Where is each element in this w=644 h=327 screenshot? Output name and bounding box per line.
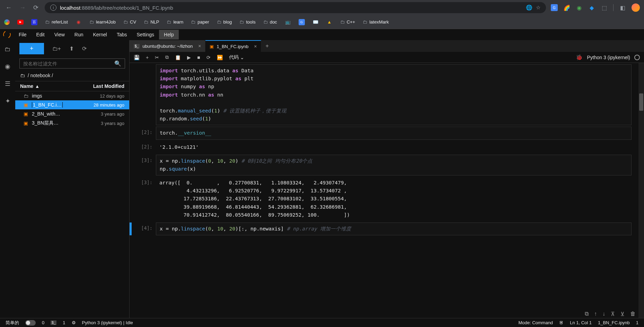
- file-row-1-bn-fc[interactable]: ● ▣ 1_BN_FC.i… 28 minutes ago: [15, 100, 129, 109]
- new-folder-icon[interactable]: 🗀+: [52, 46, 61, 52]
- profile-avatar[interactable]: [632, 3, 640, 12]
- forward-button[interactable]: →: [18, 3, 27, 13]
- close-icon[interactable]: ×: [254, 44, 257, 49]
- tab-terminal[interactable]: $_ ubuntu@ubuntu: ~/lizhon ×: [130, 40, 205, 52]
- bookmark-google[interactable]: [4, 19, 10, 25]
- save-icon[interactable]: 💾: [134, 55, 140, 60]
- bug-icon[interactable]: 🐞: [576, 54, 583, 61]
- filter-box[interactable]: 🔍: [19, 58, 125, 69]
- side-panel-icon[interactable]: ◧: [619, 4, 626, 11]
- bookmark-doc[interactable]: 🗀doc: [263, 19, 277, 25]
- menu-help[interactable]: Help: [159, 30, 179, 39]
- jupyter-logo[interactable]: [0, 29, 14, 40]
- bookmark-referlist[interactable]: 🗀referList: [45, 19, 68, 25]
- bookmark-tools[interactable]: 🗀tools: [239, 19, 255, 25]
- bookmark-cpp[interactable]: 🗀C++: [340, 19, 355, 25]
- menu-tabs[interactable]: Tabs: [112, 30, 132, 39]
- paste-icon[interactable]: 📋: [175, 55, 181, 60]
- url-bar[interactable]: i localhost:8889/lab/tree/notebook/1_BN_…: [45, 2, 546, 13]
- menu-file[interactable]: File: [14, 30, 32, 39]
- cell-input[interactable]: import torch.utils.data as Data import m…: [156, 64, 632, 125]
- shield-icon[interactable]: ⛨: [559, 320, 564, 325]
- running-icon[interactable]: ◉: [5, 63, 10, 70]
- menu-settings[interactable]: Settings: [132, 30, 159, 39]
- ext-translate-icon[interactable]: G: [551, 4, 558, 11]
- bookmark-baidu[interactable]: 百: [31, 19, 37, 25]
- new-launcher-button[interactable]: +: [19, 43, 44, 54]
- bookmark-drive[interactable]: ▲: [326, 19, 333, 25]
- file-row-imgs[interactable]: ● 🗀 imgs 12 days ago: [15, 91, 129, 100]
- bookmark-paper[interactable]: 🗀paper: [191, 19, 209, 25]
- status-kernels-count[interactable]: 1: [63, 320, 65, 325]
- bookmark-gmail[interactable]: ✉️: [312, 19, 319, 25]
- kernel-status-icon[interactable]: [634, 55, 640, 60]
- bookmark-nlp[interactable]: 🗀NLP: [144, 19, 159, 25]
- breadcrumb[interactable]: 🗀 / notebook /: [15, 70, 129, 81]
- bookmark-learn[interactable]: 🗀learn: [167, 19, 183, 25]
- back-button[interactable]: ←: [4, 3, 13, 13]
- reload-button[interactable]: ⟳: [32, 2, 40, 13]
- insert-above-icon[interactable]: ⊼: [611, 311, 615, 317]
- run-all-icon[interactable]: ⏩: [217, 55, 223, 60]
- refresh-icon[interactable]: ⟳: [82, 45, 87, 52]
- status-kernel[interactable]: Python 3 (ipykernel) | Idle: [82, 320, 133, 325]
- ext-gem-icon[interactable]: ◆: [588, 4, 595, 11]
- close-icon[interactable]: ×: [198, 43, 201, 49]
- code-cell-active[interactable]: [4]: x = np.linspace(0, 10, 20)[:, np.ne…: [130, 222, 638, 235]
- code-cell[interactable]: [3]: x = np.linspace(0, 10, 20) # 0到10之间…: [130, 155, 638, 175]
- menu-edit[interactable]: Edit: [32, 30, 50, 39]
- star-icon[interactable]: ☆: [536, 4, 540, 11]
- add-cell-icon[interactable]: +: [146, 55, 149, 60]
- upload-icon[interactable]: ⬆: [69, 45, 74, 52]
- sort-by-modified[interactable]: Last Modified: [93, 83, 124, 89]
- add-tab-button[interactable]: +: [261, 40, 273, 52]
- cell-input[interactable]: torch.__version__: [156, 127, 632, 139]
- tab-notebook[interactable]: ▣ 1_BN_FC.ipynb ×: [205, 40, 261, 52]
- bookmark-blog[interactable]: 🗀blog: [217, 19, 232, 25]
- file-row-3-bn[interactable]: ● ▣ 3_BN层具… 3 years ago: [15, 118, 129, 128]
- move-up-icon[interactable]: ↑: [594, 311, 597, 317]
- copy-icon[interactable]: ⧉: [165, 54, 169, 60]
- ext-idm-icon[interactable]: ◉: [576, 4, 583, 11]
- restart-icon[interactable]: ⟳: [206, 55, 211, 60]
- duplicate-icon[interactable]: ⧉: [585, 311, 589, 317]
- notebook-scrollbar[interactable]: [638, 63, 644, 318]
- bookmark-learn4job[interactable]: 🗀learn4Job: [89, 19, 116, 25]
- menu-kernel[interactable]: Kernel: [88, 30, 112, 39]
- ext-weather-icon[interactable]: 🌈: [563, 4, 570, 11]
- scrollbar-thumb[interactable]: [639, 93, 643, 111]
- stop-icon[interactable]: ■: [197, 55, 200, 60]
- cell-input[interactable]: x = np.linspace(0, 10, 20) # 0到10之间 均匀分布…: [156, 155, 632, 175]
- bookmark-12306[interactable]: ◉: [76, 19, 82, 25]
- bookmark-bilibili[interactable]: 📺: [285, 19, 291, 25]
- run-icon[interactable]: ▶: [187, 55, 191, 60]
- extensions-icon[interactable]: ⬚: [601, 4, 608, 11]
- insert-below-icon[interactable]: ⊻: [620, 311, 625, 317]
- sort-by-name[interactable]: Name▴: [20, 83, 93, 89]
- translate-icon[interactable]: 🌐: [526, 4, 532, 11]
- terminal-icon: $_: [134, 44, 140, 48]
- menu-run[interactable]: Run: [70, 30, 88, 39]
- code-cell[interactable]: import torch.utils.data as Data import m…: [130, 64, 638, 125]
- gear-icon[interactable]: ⚙: [72, 320, 76, 325]
- bookmark-gtranslate[interactable]: G: [299, 19, 305, 25]
- toc-icon[interactable]: ☰: [5, 80, 10, 88]
- simple-mode-toggle[interactable]: [25, 320, 36, 326]
- bookmark-latexmark[interactable]: 🗀latexMark: [363, 19, 389, 25]
- file-browser-icon[interactable]: 🗀: [5, 46, 11, 53]
- kernel-name[interactable]: Python 3 (ipykernel): [587, 55, 630, 60]
- info-icon[interactable]: i: [50, 4, 56, 11]
- file-row-2-bn-with[interactable]: ● ▣ 2_BN_with… 3 years ago: [15, 109, 129, 118]
- code-cell[interactable]: [2]: torch.__version__: [130, 127, 638, 139]
- delete-icon[interactable]: 🗑: [630, 311, 636, 317]
- bookmark-cv[interactable]: 🗀CV: [123, 19, 136, 25]
- move-down-icon[interactable]: ↓: [602, 311, 605, 317]
- filter-input[interactable]: [23, 61, 114, 66]
- cut-icon[interactable]: ✂: [155, 55, 159, 60]
- cell-type-selector[interactable]: 代码⌄: [229, 54, 244, 61]
- extensions-icon[interactable]: ✦: [5, 97, 10, 105]
- status-terminals-count[interactable]: 0: [42, 320, 44, 325]
- cell-input[interactable]: x = np.linspace(0, 10, 20)[:, np.newaxis…: [156, 222, 632, 235]
- bookmark-youtube[interactable]: ▶: [17, 20, 24, 25]
- menu-view[interactable]: View: [50, 30, 70, 39]
